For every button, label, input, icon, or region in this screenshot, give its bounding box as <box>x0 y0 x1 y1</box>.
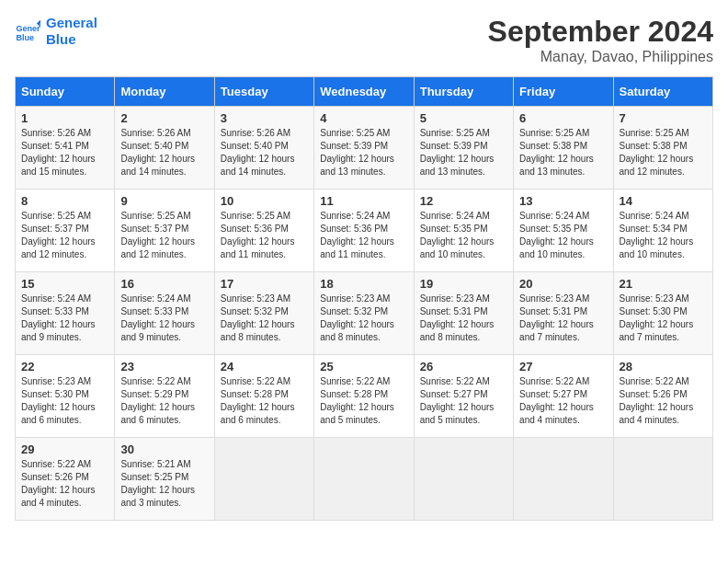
day-info: Sunrise: 5:25 AMSunset: 5:37 PMDaylight:… <box>21 210 108 261</box>
logo-icon: General Blue <box>15 18 40 44</box>
day-info: Sunrise: 5:22 AMSunset: 5:26 PMDaylight:… <box>620 375 707 427</box>
day-info: Sunrise: 5:22 AMSunset: 5:29 PMDaylight:… <box>120 375 208 427</box>
weekday-header: Sunday <box>16 77 115 107</box>
day-info: Sunrise: 5:24 AMSunset: 5:36 PMDaylight:… <box>320 210 407 261</box>
day-number: 16 <box>120 277 208 291</box>
calendar-cell: 10 Sunrise: 5:25 AMSunset: 5:36 PMDaylig… <box>214 190 313 272</box>
calendar-cell: 6 Sunrise: 5:25 AMSunset: 5:38 PMDayligh… <box>514 107 613 190</box>
logo: General Blue General Blue <box>15 15 97 48</box>
day-number: 14 <box>620 194 707 208</box>
svg-text:General: General <box>16 24 40 33</box>
day-number: 26 <box>420 360 507 373</box>
day-info: Sunrise: 5:22 AMSunset: 5:28 PMDaylight:… <box>320 375 407 427</box>
calendar-cell <box>314 438 414 521</box>
day-info: Sunrise: 5:26 AMSunset: 5:40 PMDaylight:… <box>120 127 208 178</box>
day-number: 4 <box>320 111 407 125</box>
calendar-cell: 29 Sunrise: 5:22 AMSunset: 5:26 PMDaylig… <box>16 438 115 521</box>
calendar-cell <box>514 438 613 521</box>
calendar-week-row: 8 Sunrise: 5:25 AMSunset: 5:37 PMDayligh… <box>16 190 713 272</box>
day-number: 24 <box>221 360 308 373</box>
calendar-cell: 4 Sunrise: 5:25 AMSunset: 5:39 PMDayligh… <box>314 107 414 190</box>
calendar-cell: 12 Sunrise: 5:24 AMSunset: 5:35 PMDaylig… <box>414 190 513 272</box>
day-info: Sunrise: 5:23 AMSunset: 5:31 PMDaylight:… <box>519 293 607 344</box>
day-number: 17 <box>221 277 308 291</box>
day-number: 15 <box>21 277 108 291</box>
calendar-cell: 8 Sunrise: 5:25 AMSunset: 5:37 PMDayligh… <box>16 190 115 272</box>
calendar-cell <box>214 438 313 521</box>
calendar-cell: 19 Sunrise: 5:23 AMSunset: 5:31 PMDaylig… <box>414 272 513 355</box>
title-area: September 2024 Manay, Davao, Philippines <box>488 15 713 65</box>
day-info: Sunrise: 5:23 AMSunset: 5:32 PMDaylight:… <box>320 293 407 344</box>
calendar-cell: 5 Sunrise: 5:25 AMSunset: 5:39 PMDayligh… <box>414 107 513 190</box>
logo-general: General <box>46 15 97 31</box>
calendar-cell: 15 Sunrise: 5:24 AMSunset: 5:33 PMDaylig… <box>16 272 115 355</box>
day-number: 1 <box>21 111 108 125</box>
day-info: Sunrise: 5:23 AMSunset: 5:30 PMDaylight:… <box>620 293 707 344</box>
day-number: 28 <box>620 360 707 373</box>
day-number: 12 <box>420 194 507 208</box>
day-number: 21 <box>620 277 707 291</box>
svg-text:Blue: Blue <box>16 33 34 42</box>
day-info: Sunrise: 5:21 AMSunset: 5:25 PMDaylight:… <box>120 458 208 510</box>
day-info: Sunrise: 5:25 AMSunset: 5:37 PMDaylight:… <box>120 210 208 261</box>
day-info: Sunrise: 5:25 AMSunset: 5:39 PMDaylight:… <box>320 127 407 178</box>
day-number: 27 <box>519 360 607 373</box>
header-row: SundayMondayTuesdayWednesdayThursdayFrid… <box>16 77 713 107</box>
weekday-header: Friday <box>514 77 613 107</box>
logo-blue: Blue <box>46 31 97 48</box>
calendar-cell: 20 Sunrise: 5:23 AMSunset: 5:31 PMDaylig… <box>514 272 613 355</box>
calendar-week-row: 15 Sunrise: 5:24 AMSunset: 5:33 PMDaylig… <box>16 272 713 355</box>
weekday-header: Thursday <box>414 77 513 107</box>
weekday-header: Saturday <box>613 77 712 107</box>
calendar-cell <box>414 438 513 521</box>
day-info: Sunrise: 5:24 AMSunset: 5:35 PMDaylight:… <box>420 210 507 261</box>
month-title: September 2024 <box>488 15 713 49</box>
day-info: Sunrise: 5:24 AMSunset: 5:33 PMDaylight:… <box>120 293 208 344</box>
day-number: 13 <box>519 194 607 208</box>
day-info: Sunrise: 5:25 AMSunset: 5:39 PMDaylight:… <box>420 127 507 178</box>
calendar-cell: 30 Sunrise: 5:21 AMSunset: 5:25 PMDaylig… <box>115 438 214 521</box>
day-number: 8 <box>21 194 108 208</box>
calendar-week-row: 1 Sunrise: 5:26 AMSunset: 5:41 PMDayligh… <box>16 107 713 190</box>
day-number: 2 <box>120 111 208 125</box>
calendar-table: SundayMondayTuesdayWednesdayThursdayFrid… <box>15 76 713 521</box>
day-info: Sunrise: 5:23 AMSunset: 5:30 PMDaylight:… <box>21 375 108 427</box>
header: General Blue General Blue September 2024… <box>15 15 713 65</box>
day-info: Sunrise: 5:22 AMSunset: 5:28 PMDaylight:… <box>221 375 308 427</box>
day-info: Sunrise: 5:23 AMSunset: 5:31 PMDaylight:… <box>420 293 507 344</box>
day-number: 3 <box>221 111 308 125</box>
day-number: 30 <box>120 442 208 456</box>
day-number: 20 <box>519 277 607 291</box>
day-info: Sunrise: 5:22 AMSunset: 5:27 PMDaylight:… <box>519 375 607 427</box>
calendar-cell: 21 Sunrise: 5:23 AMSunset: 5:30 PMDaylig… <box>613 272 712 355</box>
day-number: 7 <box>620 111 707 125</box>
day-info: Sunrise: 5:26 AMSunset: 5:40 PMDaylight:… <box>221 127 308 178</box>
calendar-cell: 17 Sunrise: 5:23 AMSunset: 5:32 PMDaylig… <box>214 272 313 355</box>
day-info: Sunrise: 5:24 AMSunset: 5:35 PMDaylight:… <box>519 210 607 261</box>
day-info: Sunrise: 5:24 AMSunset: 5:33 PMDaylight:… <box>21 293 108 344</box>
day-info: Sunrise: 5:25 AMSunset: 5:38 PMDaylight:… <box>519 127 607 178</box>
calendar-cell: 26 Sunrise: 5:22 AMSunset: 5:27 PMDaylig… <box>414 355 513 438</box>
calendar-cell: 28 Sunrise: 5:22 AMSunset: 5:26 PMDaylig… <box>613 355 712 438</box>
calendar-cell: 16 Sunrise: 5:24 AMSunset: 5:33 PMDaylig… <box>115 272 214 355</box>
calendar-cell: 3 Sunrise: 5:26 AMSunset: 5:40 PMDayligh… <box>214 107 313 190</box>
day-number: 23 <box>120 360 208 373</box>
day-number: 10 <box>221 194 308 208</box>
day-number: 5 <box>420 111 507 125</box>
calendar-cell: 27 Sunrise: 5:22 AMSunset: 5:27 PMDaylig… <box>514 355 613 438</box>
calendar-cell: 23 Sunrise: 5:22 AMSunset: 5:29 PMDaylig… <box>115 355 214 438</box>
calendar-cell: 2 Sunrise: 5:26 AMSunset: 5:40 PMDayligh… <box>115 107 214 190</box>
calendar-cell: 7 Sunrise: 5:25 AMSunset: 5:38 PMDayligh… <box>613 107 712 190</box>
day-info: Sunrise: 5:26 AMSunset: 5:41 PMDaylight:… <box>21 127 108 178</box>
calendar-cell: 25 Sunrise: 5:22 AMSunset: 5:28 PMDaylig… <box>314 355 414 438</box>
calendar-cell: 1 Sunrise: 5:26 AMSunset: 5:41 PMDayligh… <box>16 107 115 190</box>
day-number: 29 <box>21 442 108 456</box>
calendar-cell: 18 Sunrise: 5:23 AMSunset: 5:32 PMDaylig… <box>314 272 414 355</box>
day-info: Sunrise: 5:23 AMSunset: 5:32 PMDaylight:… <box>221 293 308 344</box>
calendar-cell: 11 Sunrise: 5:24 AMSunset: 5:36 PMDaylig… <box>314 190 414 272</box>
day-number: 6 <box>519 111 607 125</box>
calendar-cell: 14 Sunrise: 5:24 AMSunset: 5:34 PMDaylig… <box>613 190 712 272</box>
weekday-header: Monday <box>115 77 214 107</box>
calendar-cell: 13 Sunrise: 5:24 AMSunset: 5:35 PMDaylig… <box>514 190 613 272</box>
day-info: Sunrise: 5:22 AMSunset: 5:26 PMDaylight:… <box>21 458 108 510</box>
